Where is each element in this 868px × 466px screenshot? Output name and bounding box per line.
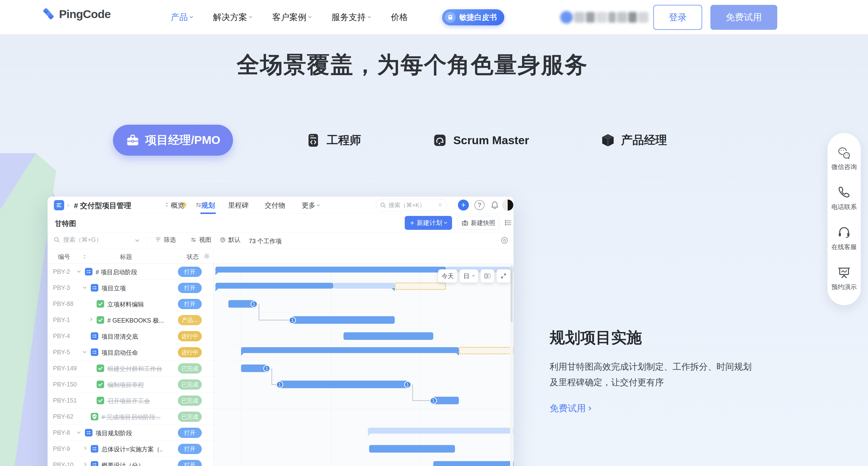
app-search-input[interactable]: 搜索（⌘+K） [376,199,447,211]
table-row[interactable]: PBY-10概要设计（分）打开 [48,457,214,466]
chevron-down-icon[interactable] [77,430,81,434]
row-title[interactable]: # GEEKBOOKS 极... [107,316,164,324]
table-row[interactable]: PBY-9总体设计=实施方案（...打开 [48,441,214,457]
add-button[interactable]: + [458,199,469,211]
chevron-right-icon[interactable] [83,463,86,466]
row-title[interactable]: 总体设计=实施方案（... [101,445,162,453]
project-sort-icon[interactable] [164,202,169,207]
status-badge[interactable]: 打开 [178,460,202,466]
nav-item-products[interactable]: 产品 [171,11,192,23]
app-tab-more[interactable]: 更多 [302,201,319,210]
app-tab-deliverable[interactable]: 交付物 [265,201,285,210]
row-title[interactable]: 项目立项 [101,284,126,292]
status-badge[interactable]: 打开 [178,444,202,454]
table-row[interactable]: PBY-149组建交付群和工作台已完成 [48,360,214,376]
chevron-down-icon[interactable] [77,269,81,273]
table-row[interactable]: PBY-150编制项目章程已完成 [48,376,214,393]
column-id[interactable]: 编号 [48,253,81,261]
app-tab-plan[interactable]: 规划 [201,201,215,210]
view-list-icon[interactable] [504,219,512,227]
row-title[interactable]: 概要设计（分） [101,461,144,466]
table-row[interactable]: PBY-151召开项目开工会已完成 [48,393,214,409]
status-badge[interactable]: 打开 [178,299,202,309]
tab-scrum[interactable]: Scrum Master [432,125,529,156]
dependency-badge[interactable]: 1 [276,381,283,388]
view-button[interactable]: 视图 [190,236,211,244]
table-row[interactable]: PBY-2# 项目启动阶段打开 [48,264,214,280]
new-plan-button[interactable]: + 新建计划 [405,216,452,230]
scale-select[interactable]: 日 [460,269,478,282]
dependency-badge[interactable]: 1 [263,365,270,372]
login-button[interactable]: 登录 [653,5,702,30]
pingcode-logo[interactable]: PingCode [41,7,111,21]
status-badge[interactable]: 打开 [178,283,202,293]
status-badge[interactable]: 进行中 [178,331,202,341]
app-tab-overview[interactable]: 概览 [171,201,184,210]
dependency-badge[interactable]: 1 [289,317,296,324]
contact-demo[interactable]: 预约演示 [828,265,861,305]
free-trial-button[interactable]: 免费试用 [710,5,777,30]
split-view-button[interactable] [480,269,494,282]
status-badge[interactable]: 已完成 [178,379,202,390]
gantt-search-input[interactable]: 搜索（⌘+G） [54,236,102,244]
row-title[interactable]: 立项材料编辑 [107,300,144,308]
table-row[interactable]: PBY-1# GEEKBOOKS 极...产品... [48,312,214,328]
row-title[interactable]: 项目规划阶段 [96,429,132,437]
app-tab-milestone[interactable]: 里程碑 [228,201,249,210]
row-title[interactable]: 组建交付群和工作台 [107,365,162,373]
new-snapshot-button[interactable]: 新建快照 [458,216,499,230]
nav-item-support[interactable]: 服务支持 [332,11,370,23]
status-badge[interactable]: 已完成 [178,396,202,406]
dependency-badge[interactable]: 1 [404,381,411,388]
whitepaper-badge[interactable]: 敏捷白皮书 [442,9,504,25]
table-row[interactable]: PBY-5项目启动任命进行中 [48,344,214,360]
tab-pm[interactable]: 项目经理/PMO [113,125,233,156]
today-button[interactable]: 今天 [438,269,457,282]
contact-phone[interactable]: 电话联系 [828,185,861,225]
tab-engineer[interactable]: 工程师 [306,125,361,156]
table-row[interactable]: PBY-8项目规划阶段打开 [48,425,214,441]
chevron-right-icon[interactable] [83,446,86,450]
status-badge[interactable]: 进行中 [178,347,202,358]
status-badge[interactable]: 打开 [178,428,202,438]
row-title[interactable]: 编制项目章程 [107,381,144,389]
column-status[interactable]: 状态 [172,253,199,261]
user-avatar[interactable] [502,199,514,211]
row-title[interactable]: # 完成项目启动阶段... [101,413,160,421]
column-title[interactable]: 标题 [81,253,172,261]
status-badge[interactable]: 已完成 [178,363,202,374]
row-title[interactable]: 召开项目开工会 [107,397,150,405]
project-name[interactable]: # 交付型项目管理 [74,201,131,211]
feature-free-trial-link[interactable]: 免费试用 [550,402,591,414]
table-row[interactable]: PBY-3项目立项打开 [48,280,214,296]
chevron-down-icon[interactable] [83,350,86,353]
row-title[interactable]: # 项目启动阶段 [96,268,137,276]
chevron-right-icon[interactable] [89,318,92,321]
nav-item-cases[interactable]: 客户案例 [272,11,311,23]
table-row[interactable]: PBY-88立项材料编辑打开 [48,296,214,312]
chevron-down-icon[interactable] [83,285,86,289]
contact-wechat[interactable]: 微信咨询 [828,145,861,185]
table-row[interactable]: PBY-62# 完成项目启动阶段...已完成 [48,409,214,425]
table-row[interactable]: PBY-4项目澄清交底进行中 [48,328,214,344]
status-badge[interactable]: 已完成 [178,412,202,422]
nav-item-solutions[interactable]: 解决方案 [213,11,252,23]
chevron-down-icon[interactable] [135,238,139,242]
locate-icon[interactable] [500,236,509,245]
notification-bell-icon[interactable] [490,200,500,210]
row-title[interactable]: 项目启动任命 [101,349,138,357]
tab-product[interactable]: 产品经理 [600,125,667,156]
fullscreen-button[interactable] [497,269,510,282]
contact-service[interactable]: 在线客服 [828,225,861,265]
status-badge[interactable]: 打开 [178,267,202,277]
help-icon[interactable]: ? [474,200,485,210]
dependency-badge[interactable]: 1 [251,301,258,308]
nav-item-pricing[interactable]: 价格 [391,11,408,23]
swap-icon[interactable] [195,201,202,208]
dependency-badge[interactable]: 1 [430,397,437,404]
theme-button[interactable]: 默认 [220,236,241,244]
status-badge[interactable]: 产品... [178,315,202,325]
filter-button[interactable]: 筛选 [155,236,176,244]
table-settings-gear-icon[interactable] [203,252,211,261]
row-title[interactable]: 项目澄清交底 [101,333,138,341]
